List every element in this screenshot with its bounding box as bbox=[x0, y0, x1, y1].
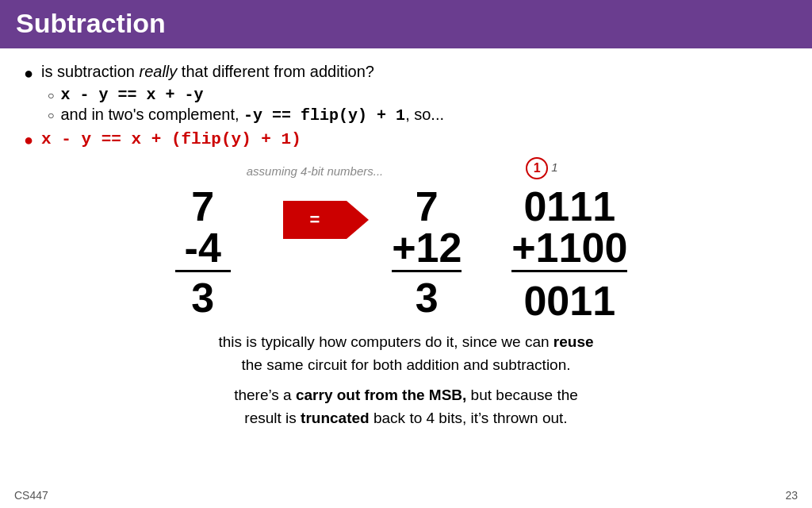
carry-small: 1 bbox=[551, 160, 557, 174]
sub-circle-2: ○ bbox=[48, 109, 54, 121]
math-col-2: 7 +12 3 bbox=[391, 157, 462, 318]
math-label: assuming 4-bit numbers... bbox=[247, 157, 384, 186]
bullet-2-red: ● x - y == x + (flip(y) + 1) bbox=[24, 129, 788, 149]
binary-col: 1 1 0111 +1100 0011 bbox=[494, 157, 645, 325]
sub-text-2: and in two's complement, -y == flip(y) +… bbox=[60, 106, 444, 125]
col1-sub: -4 bbox=[175, 227, 231, 272]
bullet-1-text: is subtraction really that different fro… bbox=[41, 63, 374, 81]
col2-result: 3 bbox=[416, 277, 439, 318]
bottom2-bold: carry out from the MSB, bbox=[296, 387, 466, 403]
col2-top: 7 bbox=[416, 186, 439, 227]
bottom-text-1: this is typically how computers do it, s… bbox=[24, 331, 788, 376]
math-section: 7 -4 3 assuming 4-bit numbers... = 7 +12… bbox=[24, 157, 788, 325]
col3-top: 0111 bbox=[523, 186, 615, 227]
col3-result: 0011 bbox=[523, 277, 615, 325]
slide-title: Subtraction bbox=[16, 8, 166, 38]
bottom-text-2: there’s a carry out from the MSB, but be… bbox=[24, 384, 788, 429]
sub-code-1: x - y == x + -y bbox=[60, 86, 203, 104]
col1-top: 7 bbox=[191, 186, 214, 227]
bullet-dot-1: ● bbox=[24, 64, 33, 83]
carry-area: 1 1 bbox=[494, 157, 645, 186]
col2-sub: +12 bbox=[392, 227, 462, 272]
math-label-col: assuming 4-bit numbers... = bbox=[247, 157, 384, 243]
header: Subtraction bbox=[0, 0, 812, 48]
col3-sub: +1100 bbox=[511, 227, 627, 272]
sub-bullets: ○ x - y == x + -y ○ and in two's complem… bbox=[48, 86, 788, 125]
bullet-dot-2: ● bbox=[24, 131, 33, 149]
bullet-1: ● is subtraction really that different f… bbox=[24, 63, 788, 83]
sub-circle-1: ○ bbox=[48, 89, 54, 102]
equals-label: = bbox=[310, 210, 320, 230]
bullet-2-code: x - y == x + (flip(y) + 1) bbox=[41, 130, 301, 148]
math-col-1: 7 -4 3 bbox=[167, 157, 239, 318]
sub-bullet-2: ○ and in two's complement, -y == flip(y)… bbox=[48, 106, 788, 125]
footer-left: CS447 bbox=[14, 489, 48, 502]
bottom2-bold2: truncated bbox=[301, 410, 370, 426]
bottom1-bold: reuse bbox=[553, 333, 594, 350]
sub-bullet-1: ○ x - y == x + -y bbox=[48, 86, 788, 104]
col1-result: 3 bbox=[191, 277, 214, 318]
carry-circle: 1 bbox=[526, 157, 548, 179]
footer-right: 23 bbox=[785, 489, 798, 502]
equals-arrow: = bbox=[283, 201, 347, 239]
